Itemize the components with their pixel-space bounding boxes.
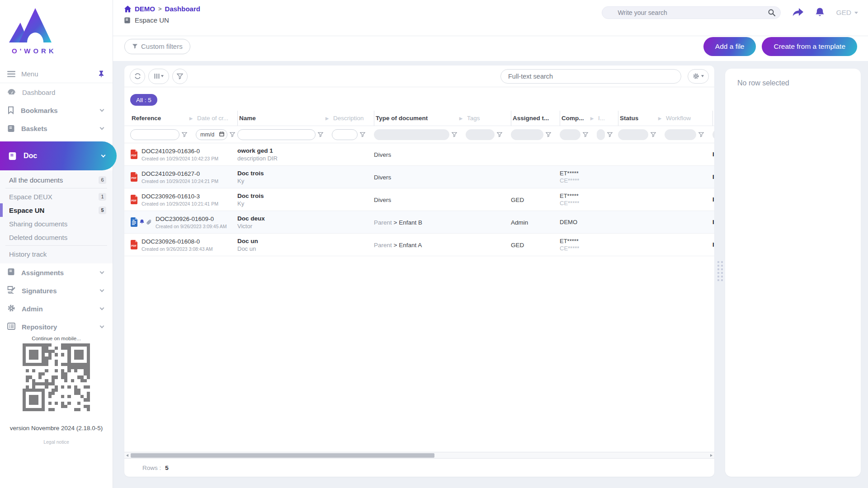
column-header-y-[interactable]: Y... [712,111,714,126]
fulltext-search-input[interactable] [500,69,681,84]
refresh-button[interactable] [130,69,145,84]
scroll-left-arrow-icon[interactable] [126,454,128,457]
funnel-icon[interactable] [452,132,457,137]
sidebar-subitem-espace-deux[interactable]: Espace DEUX1 [0,190,113,203]
scroll-right-arrow-icon[interactable] [710,454,712,457]
column-header-comp-[interactable]: Comp...▶ [560,111,597,126]
sidebar-subitem-deleted-documents[interactable]: Deleted documents [0,230,113,244]
funnel-icon[interactable] [651,132,656,137]
cell-name: owork ged 1description DIR [237,147,374,162]
sidebar-subitem-history-track[interactable]: History track [0,247,113,261]
column-header-workflow[interactable]: Workflow [665,111,712,126]
funnel-icon[interactable] [230,132,235,137]
funnel-icon[interactable] [230,132,235,137]
sidebar-item-admin[interactable]: Admin [0,300,113,318]
sidebar-item-dashboard[interactable]: Dashboard [0,83,113,101]
funnel-icon[interactable] [452,132,457,137]
search-icon[interactable] [768,9,775,16]
add-file-button[interactable]: Add a file [703,37,756,56]
table-row[interactable]: wDOC230926-01609-0Created on 9/26/2023 3… [124,211,714,234]
rows-count: 5 [165,465,169,471]
column-header-date-of-cr-[interactable]: Date of cr... [196,111,237,126]
breadcrumb-current[interactable]: Dashboard [165,5,200,13]
user-menu[interactable]: GED [836,9,858,17]
table-settings-button[interactable] [688,69,709,84]
column-header-reference[interactable]: Reference▶ [130,111,196,126]
funnel-icon[interactable] [698,132,704,137]
funnel-icon[interactable] [583,132,588,137]
all-count-badge[interactable]: All : 5 [130,94,157,106]
custom-filters-button[interactable]: Custom filters [124,39,190,54]
sidebar-item-doc-active[interactable]: Doc [0,141,117,170]
column-header-name[interactable]: Name▶ [237,111,332,126]
cell-company: ET*****CE***** [560,238,618,252]
document-name: Doc trois [237,170,374,177]
filter-input-reference[interactable] [130,129,179,140]
funnel-icon[interactable] [497,132,502,137]
panel-resize-handle[interactable] [717,261,723,281]
sidebar-item-bookmarks[interactable]: Bookmarks [0,101,113,119]
funnel-icon[interactable] [318,132,323,137]
sort-arrow-icon[interactable]: ▶ [189,116,193,121]
home-icon[interactable] [124,5,132,13]
column-header-status[interactable]: Status▶ [618,111,665,126]
filters-button[interactable] [172,69,188,84]
column-header-tags[interactable]: Tags [466,111,511,126]
document-type: Parent > Enfant A [374,242,422,249]
filter-input-name[interactable] [237,129,316,140]
sidebar-item-label: Admin [22,305,43,313]
funnel-icon[interactable] [698,132,704,137]
sort-arrow-icon[interactable]: ▶ [459,116,462,121]
column-header-type-of-document[interactable]: Type of document▶ [374,111,466,126]
sidebar-subitem-label: History track [9,250,47,258]
sidebar-subitem-sharing-documents[interactable]: Sharing documents [0,217,113,230]
funnel-icon[interactable] [182,132,187,137]
hamburger-icon[interactable] [7,71,15,77]
column-header-label: Type of document [376,115,428,122]
table-row[interactable]: PDFDOC241029-01627-0Created on 10/29/202… [124,166,714,188]
legal-notice-link[interactable]: Legal notice [0,439,113,445]
pin-sidebar-icon[interactable] [98,70,104,77]
sidebar-item-signatures[interactable]: Signatures [0,282,113,300]
funnel-icon[interactable] [546,132,551,137]
table-row[interactable]: PDFDOC230926-01608-0Created on 9/26/2023… [124,234,714,256]
horizontal-scrollbar[interactable] [124,452,714,459]
funnel-icon[interactable] [360,132,365,137]
sidebar-subitem-all-the-documents[interactable]: All the documents6 [0,173,113,187]
funnel-icon[interactable] [497,132,502,137]
column-header-assigned-t-[interactable]: Assigned t... [511,111,560,126]
calendar-icon[interactable] [219,131,224,138]
scrollbar-thumb[interactable] [131,453,434,458]
sort-arrow-icon[interactable]: ▶ [658,116,661,121]
sidebar-item-baskets[interactable]: Baskets [0,119,113,137]
sort-arrow-icon[interactable]: ▶ [590,116,594,121]
create-from-template-button[interactable]: Create from a template [762,37,857,56]
table-row[interactable]: PDFDOC230926-01610-3Created on 10/29/202… [124,188,714,211]
funnel-icon[interactable] [546,132,551,137]
column-header-i-[interactable]: I... [597,111,618,126]
table-row[interactable]: PDFDOC241029-01636-0Created on 10/29/202… [124,143,714,166]
funnel-icon[interactable] [182,132,187,137]
global-search-input[interactable] [602,6,781,19]
funnel-icon[interactable] [607,132,613,137]
app-root: O'WORK Menu Dashboard [0,0,868,488]
funnel-icon[interactable] [651,132,656,137]
created-date: Created on 9/26/2023 3:08:43 AM [142,246,213,252]
funnel-icon[interactable] [360,132,365,137]
breadcrumb-root[interactable]: DEMO [135,5,155,13]
funnel-icon[interactable] [607,132,613,137]
sidebar-item-repository[interactable]: Repository [0,318,113,336]
actionbar: Custom filters Add a file Create from a … [113,36,868,61]
svg-text:w: w [132,219,135,221]
columns-button[interactable] [148,69,169,84]
column-header-description[interactable]: Description [332,111,374,126]
share-icon[interactable] [792,7,804,18]
funnel-icon[interactable] [318,132,323,137]
sidebar-item-assignments[interactable]: Assignments [0,263,113,282]
date-filter-input[interactable]: mm/d [196,129,227,140]
sidebar-subitem-espace-un[interactable]: Espace UN5 [0,203,113,217]
bell-icon[interactable] [815,7,825,19]
funnel-icon[interactable] [583,132,588,137]
filter-input-description[interactable] [332,129,358,140]
sort-arrow-icon[interactable]: ▶ [326,116,329,121]
